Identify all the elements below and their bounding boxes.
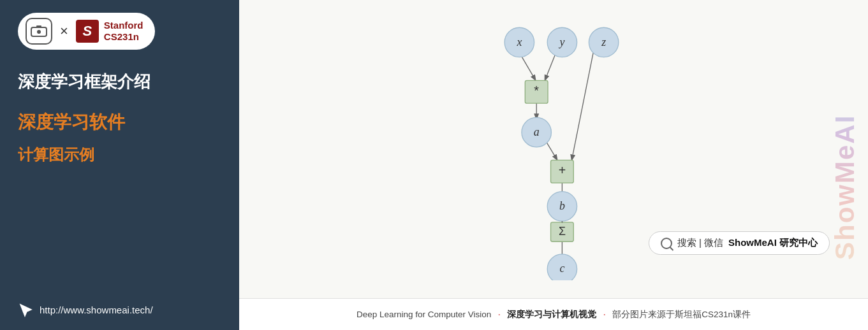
search-brand: ShowMeAI 研究中心 [728, 237, 818, 249]
svg-text:x: x [516, 36, 522, 48]
footer-dot1: · [497, 308, 501, 321]
main-content: x y z * a + b Σ c [239, 0, 868, 330]
footer: Deep Learning for Computer Vision · 深度学习… [239, 298, 868, 330]
sidebar-subtitle1: 深度学习软件 [18, 111, 221, 134]
sidebar-url[interactable]: http://www.showmeai.tech/ [18, 302, 221, 317]
footer-text1: Deep Learning for Computer Vision [357, 310, 491, 319]
svg-text:b: b [559, 199, 565, 212]
svg-text:c: c [559, 262, 564, 275]
cursor-icon [18, 302, 33, 317]
search-box[interactable]: 搜索 | 微信 ShowMeAI 研究中心 [649, 231, 830, 255]
footer-text3: 部分图片来源于斯坦福CS231n课件 [612, 309, 751, 320]
svg-rect-2 [36, 25, 41, 28]
logo-badge: × S StanfordCS231n [18, 13, 155, 50]
svg-text:a: a [534, 126, 540, 138]
showmeai-logo-icon [26, 18, 52, 45]
svg-text:Σ: Σ [559, 225, 566, 238]
search-text: 搜索 | 微信 [677, 237, 723, 249]
footer-text2: 深度学习与计算机视觉 [507, 309, 596, 320]
stanford-text: StanfordCS231n [104, 20, 143, 43]
stanford-block: S StanfordCS231n [76, 20, 143, 43]
watermark: ShowMeAI [830, 13, 860, 260]
footer-dot2: · [603, 308, 606, 321]
svg-text:*: * [534, 83, 539, 97]
sidebar: × S StanfordCS231n 深度学习框架介绍 深度学习软件 计算图示例… [0, 0, 239, 330]
search-icon [661, 238, 672, 249]
svg-line-7 [572, 52, 594, 160]
sidebar-title: 深度学习框架介绍 [18, 70, 221, 93]
svg-line-4 [545, 52, 557, 80]
computation-graph: x y z * a + b Σ c [452, 13, 656, 280]
svg-text:y: y [558, 36, 564, 48]
stanford-s-icon: S [76, 20, 99, 43]
svg-point-1 [37, 30, 41, 34]
svg-text:+: + [559, 163, 566, 177]
diagram-area: x y z * a + b Σ c [239, 0, 868, 298]
cross-icon: × [60, 23, 68, 39]
url-text: http://www.showmeai.tech/ [40, 305, 153, 315]
svg-text:z: z [601, 36, 606, 48]
sidebar-subtitle2: 计算图示例 [18, 145, 221, 164]
